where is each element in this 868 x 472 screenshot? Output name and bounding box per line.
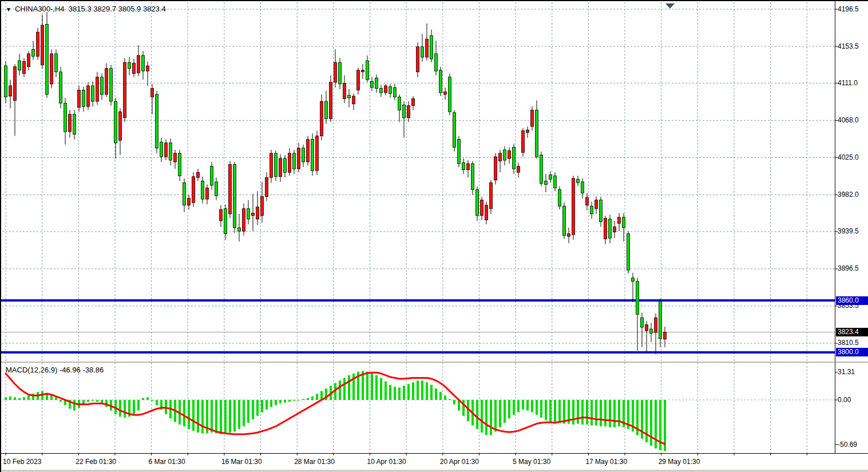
macd-name: MACD(12,26,9) bbox=[6, 366, 57, 374]
price-axis-label: 4111.0 bbox=[838, 79, 868, 88]
trading-chart-window: ▼CHINA300-,H4 3815.3 3829.7 3805.9 3823.… bbox=[0, 0, 868, 472]
level-price-badge: 3800.0 bbox=[836, 348, 868, 356]
horizontal-level-line[interactable] bbox=[1, 299, 835, 302]
time-axis-label: 17 May 01:30 bbox=[585, 458, 627, 466]
macd-axis-label: -50.69 bbox=[838, 441, 868, 449]
price-axis-label: 4068.0 bbox=[838, 116, 868, 125]
level-price-badge: 3860.0 bbox=[836, 296, 868, 305]
time-axis-label: 5 May 01:30 bbox=[513, 458, 550, 466]
candlestick-series bbox=[5, 12, 667, 354]
macd-histogram bbox=[5, 371, 666, 451]
time-axis-label: 20 Apr 01:30 bbox=[440, 458, 479, 466]
window-bottom-strip bbox=[1, 470, 868, 472]
time-axis-label: 28 Mar 01:30 bbox=[294, 458, 335, 466]
time-axis-label: 22 Feb 01:30 bbox=[76, 458, 116, 466]
last-bar-ohlc: 3815.3 3829.7 3805.9 3823.4 bbox=[69, 5, 166, 13]
price-axis-label: 4196.5 bbox=[838, 5, 868, 14]
price-axis-label: 4025.0 bbox=[838, 153, 868, 162]
time-axis-label: 6 Mar 01:30 bbox=[149, 458, 185, 466]
symbol-menu-icon[interactable]: ▼ bbox=[6, 6, 11, 13]
time-axis-label: 29 May 01:30 bbox=[659, 458, 700, 466]
price-axis-label: 3982.0 bbox=[838, 191, 868, 199]
right-shift-marker-icon bbox=[665, 3, 675, 9]
price-axis-label: 3810.5 bbox=[838, 339, 868, 347]
symbol-timeframe-label: CHINA300-,H4 bbox=[15, 5, 65, 13]
current-price-badge: 3823.4 bbox=[836, 328, 868, 336]
macd-indicator-label: MACD(12,26,9) -46.96 -38.86 bbox=[6, 366, 104, 374]
horizontal-level-line[interactable] bbox=[1, 351, 835, 354]
time-axis-label: 10 Apr 01:30 bbox=[367, 458, 406, 466]
macd-axis-label: 31.31 bbox=[838, 368, 868, 376]
chart-canvas[interactable] bbox=[1, 1, 868, 472]
time-axis-label: 16 Mar 01:30 bbox=[221, 458, 262, 466]
macd-values: -46.96 -38.86 bbox=[60, 366, 104, 374]
chart-title-bar: ▼CHINA300-,H4 3815.3 3829.7 3805.9 3823.… bbox=[6, 5, 166, 13]
price-axis-label: 3896.5 bbox=[838, 264, 868, 273]
price-axis-label: 4153.5 bbox=[838, 42, 868, 51]
time-axis-label: 10 Feb 2023 bbox=[3, 458, 41, 466]
price-axis-label: 3939.5 bbox=[838, 227, 868, 236]
macd-axis-label: 0.00 bbox=[838, 396, 868, 404]
